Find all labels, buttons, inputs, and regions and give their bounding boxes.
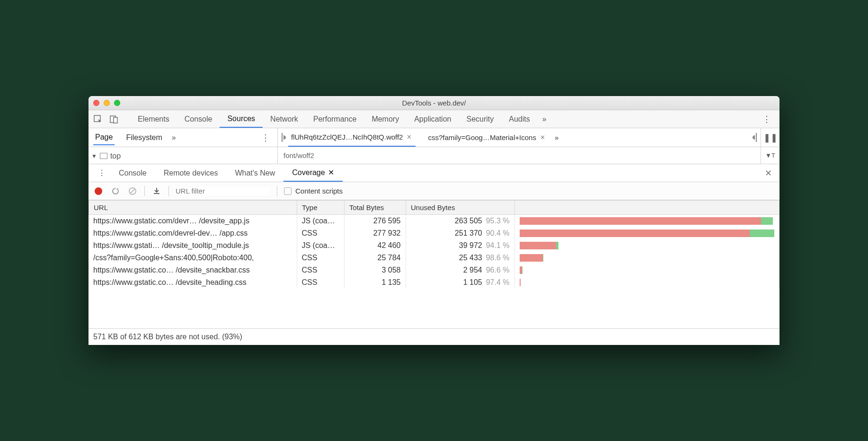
drawer-tab-coverage[interactable]: Coverage✕	[283, 164, 342, 182]
cell-visual	[514, 264, 779, 276]
cell-url: https://www.gstatic.com/devr… /devsite_a…	[89, 215, 297, 227]
coverage-toolbar: Content scripts	[89, 182, 779, 200]
cell-url: /css?family=Google+Sans:400,500|Roboto:4…	[89, 252, 297, 264]
export-icon[interactable]	[151, 186, 162, 196]
cell-visual	[514, 239, 779, 252]
cell-unused: 25 43398.6 %	[406, 252, 514, 264]
close-window-icon[interactable]	[93, 100, 99, 106]
divider	[144, 186, 145, 196]
more-files-icon[interactable]: »	[555, 133, 558, 141]
svg-rect-2	[114, 117, 117, 123]
tree-root-label: top	[110, 152, 121, 160]
sidebar-more-icon[interactable]: »	[172, 133, 176, 142]
cell-unused: 1 10597.4 %	[406, 276, 514, 289]
titlebar: DevTools - web.dev/	[89, 96, 779, 110]
table-row[interactable]: https://www.gstatic.com/devrel-dev… /app…	[89, 227, 779, 239]
collapse-tree-icon[interactable]: ▼	[91, 153, 97, 159]
cell-total: 277 932	[344, 227, 406, 239]
cell-type: JS (coa…	[297, 215, 344, 227]
nav-prev-icon[interactable]	[282, 133, 283, 141]
source-preview: font/woff2	[278, 147, 761, 164]
url-filter-input[interactable]	[176, 187, 270, 195]
file-tree[interactable]: ▼ top	[89, 147, 278, 164]
tab-memory[interactable]: Memory	[364, 110, 407, 128]
table-row[interactable]: https://www.gstatic.co… /devsite_snackba…	[89, 264, 779, 276]
close-tab-icon[interactable]: ✕	[539, 134, 546, 141]
sidebar-tab-filesystem[interactable]: Filesystem	[124, 131, 164, 145]
reload-icon[interactable]	[110, 186, 121, 196]
traffic-lights	[93, 100, 120, 106]
window-title: DevTools - web.dev/	[89, 99, 779, 107]
sidebar-tabs: PageFilesystem » ⋮	[89, 128, 278, 147]
table-row[interactable]: /css?family=Google+Sans:400,500|Roboto:4…	[89, 252, 779, 264]
col-unused[interactable]: Unused Bytes	[406, 201, 515, 215]
tab-performance[interactable]: Performance	[306, 110, 364, 128]
device-toolbar-icon[interactable]	[109, 115, 119, 124]
main-tabbar: ElementsConsoleSourcesNetworkPerformance…	[89, 110, 779, 128]
settings-kebab-icon[interactable]: ⋮	[759, 114, 775, 124]
pause-script-icon[interactable]: ❚❚	[761, 128, 779, 147]
tab-application[interactable]: Application	[407, 110, 459, 128]
file-tab-label: css?family=Goog…Material+Icons	[428, 133, 536, 141]
tab-console[interactable]: Console	[177, 110, 220, 128]
cell-visual	[514, 215, 779, 227]
col-type[interactable]: Type	[297, 201, 345, 215]
table-row[interactable]: https://www.gstati… /devsite_tooltip_mod…	[89, 239, 779, 252]
col-total[interactable]: Total Bytes	[345, 201, 406, 215]
cell-total: 1 135	[344, 276, 406, 289]
cell-visual	[514, 252, 779, 264]
tab-sources[interactable]: Sources	[220, 110, 263, 128]
inspect-element-icon[interactable]	[93, 115, 103, 124]
tab-audits[interactable]: Audits	[501, 110, 537, 128]
cell-visual	[514, 227, 779, 239]
close-drawer-icon[interactable]: ✕	[762, 168, 775, 178]
cell-type: CSS	[297, 227, 344, 239]
close-drawer-tab-icon[interactable]: ✕	[328, 168, 334, 177]
coverage-status: 571 KB of 612 KB bytes are not used. (93…	[89, 328, 779, 345]
cell-type: CSS	[297, 276, 344, 289]
drawer-tab-console[interactable]: Console	[110, 164, 155, 182]
col-visual[interactable]	[515, 201, 779, 215]
tab-elements[interactable]: Elements	[130, 110, 177, 128]
col-url[interactable]: URL	[89, 201, 297, 215]
cell-unused: 2 95496.6 %	[406, 264, 514, 276]
cell-type: CSS	[297, 264, 344, 276]
cell-type: CSS	[297, 252, 344, 264]
tab-security[interactable]: Security	[459, 110, 501, 128]
cell-url: https://www.gstatic.co… /devsite_snackba…	[89, 264, 297, 276]
drawer-tab-what-s-new[interactable]: What's New	[226, 164, 283, 182]
close-tab-icon[interactable]: ✕	[406, 133, 413, 141]
devtools-window: DevTools - web.dev/ ElementsConsoleSourc…	[89, 96, 779, 345]
content-scripts-label: Content scripts	[295, 187, 343, 195]
minimize-window-icon[interactable]	[104, 100, 110, 106]
record-button[interactable]	[93, 186, 104, 196]
drawer-tab-remote-devices[interactable]: Remote devices	[155, 164, 227, 182]
cell-url: https://www.gstatic.com/devrel-dev… /app…	[89, 227, 297, 239]
content-row: ▼ top font/woff2 ▼ T	[89, 147, 779, 164]
file-tab-label: flUhRq6tzZclQEJ…NcIhQ8tQ.woff2	[291, 133, 403, 141]
cell-url: https://www.gstatic.co… /devsite_heading…	[89, 276, 297, 289]
drawer-kebab-icon[interactable]: ⋮	[93, 168, 110, 177]
sidebar-tab-page[interactable]: Page	[93, 130, 115, 145]
cell-total: 276 595	[344, 215, 406, 227]
file-tab[interactable]: flUhRq6tzZclQEJ…NcIhQ8tQ.woff2✕	[288, 128, 416, 147]
file-tab[interactable]: css?family=Goog…Material+Icons✕	[425, 128, 549, 147]
sidebar-kebab-icon[interactable]: ⋮	[258, 132, 273, 143]
divider	[277, 186, 277, 196]
table-row[interactable]: https://www.gstatic.com/devr… /devsite_a…	[89, 215, 779, 227]
cell-visual	[514, 276, 779, 289]
cell-total: 3 058	[344, 264, 406, 276]
frame-icon	[100, 153, 107, 159]
nav-next-icon[interactable]	[756, 133, 757, 141]
tab-network[interactable]: Network	[263, 110, 306, 128]
cell-type: JS (coa…	[297, 239, 344, 252]
maximize-window-icon[interactable]	[114, 100, 120, 106]
cell-url: https://www.gstati… /devsite_tooltip_mod…	[89, 239, 297, 252]
cell-unused: 39 97294.1 %	[406, 239, 514, 252]
content-preview-text: font/woff2	[283, 151, 314, 159]
more-tabs-icon[interactable]: »	[538, 115, 551, 123]
table-row[interactable]: https://www.gstatic.co… /devsite_heading…	[89, 276, 779, 289]
divider	[168, 186, 169, 196]
clear-icon[interactable]	[127, 186, 138, 196]
content-scripts-checkbox[interactable]: Content scripts	[284, 187, 343, 195]
